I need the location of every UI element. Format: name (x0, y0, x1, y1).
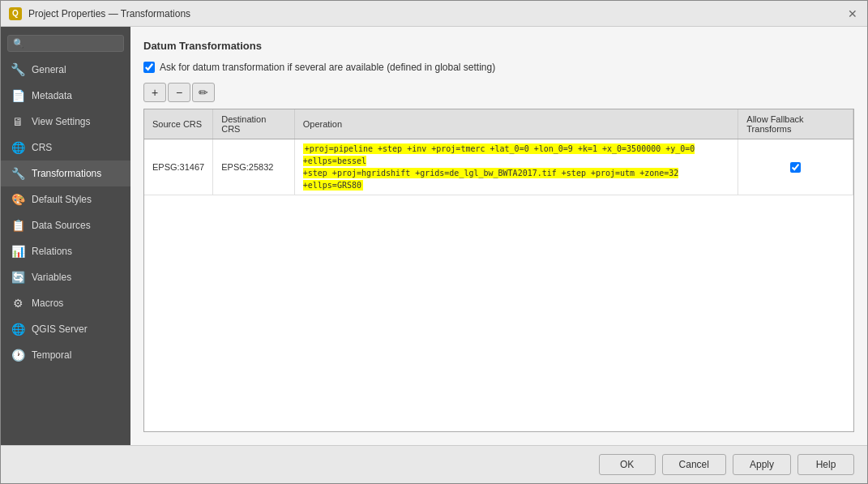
operation-text: +proj=pipeline +step +inv +proj=tmerc +l… (303, 143, 695, 191)
main-panel: Datum Transformations Ask for datum tran… (130, 27, 867, 445)
sidebar-item-data-sources[interactable]: 📋 Data Sources (1, 212, 130, 238)
titlebar: Q Project Properties — Transformations ✕ (1, 1, 867, 27)
sidebar-label-crs: CRS (32, 142, 52, 153)
datum-transform-checkbox[interactable] (143, 62, 155, 73)
main-window: Q Project Properties — Transformations ✕… (0, 0, 868, 484)
fallback-checkbox[interactable] (790, 162, 801, 173)
macros-icon: ⚙ (11, 296, 25, 311)
sidebar-item-temporal[interactable]: 🕐 Temporal (1, 342, 130, 368)
cancel-button[interactable]: Cancel (662, 454, 726, 475)
general-icon: 🔧 (11, 62, 25, 77)
checkbox-label: Ask for datum transformation if several … (160, 62, 495, 73)
default-styles-icon: 🎨 (11, 192, 25, 207)
search-box[interactable]: 🔍 (7, 35, 124, 52)
table-row[interactable]: EPSG:31467 EPSG:25832 +proj=pipeline +st… (144, 139, 853, 195)
transformations-icon: 🔧 (11, 166, 25, 181)
app-icon: Q (9, 7, 22, 20)
sidebar-label-metadata: Metadata (32, 90, 72, 101)
crs-icon: 🌐 (11, 140, 25, 155)
footer-bar: OK Cancel Apply Help (1, 445, 867, 483)
relations-icon: 📊 (11, 244, 25, 259)
sidebar-label-transformations: Transformations (32, 168, 101, 179)
col-operation: Operation (294, 109, 738, 139)
view-settings-icon: 🖥 (11, 114, 25, 129)
sidebar-label-temporal: Temporal (32, 349, 71, 361)
sidebar-item-crs[interactable]: 🌐 CRS (1, 135, 130, 161)
content-area: 🔍 🔧 General 📄 Metadata 🖥 View Settings 🌐… (1, 27, 867, 445)
help-button[interactable]: Help (797, 454, 854, 475)
data-sources-icon: 📋 (11, 218, 25, 233)
operation-cell: +proj=pipeline +step +inv +proj=tmerc +l… (294, 139, 738, 195)
fallback-cell (738, 139, 853, 195)
close-button[interactable]: ✕ (846, 7, 859, 20)
temporal-icon: 🕐 (11, 348, 25, 362)
metadata-icon: 📄 (11, 88, 25, 103)
sidebar-item-macros[interactable]: ⚙ Macros (1, 290, 130, 316)
variables-icon: 🔄 (11, 270, 25, 285)
ok-button[interactable]: OK (599, 454, 656, 475)
sidebar-item-transformations[interactable]: 🔧 Transformations (1, 161, 130, 186)
sidebar-item-qgis-server[interactable]: 🌐 QGIS Server (1, 316, 130, 342)
remove-button[interactable]: − (168, 83, 190, 102)
qgis-server-icon: 🌐 (11, 322, 25, 336)
transformations-table-container: Source CRS Destination CRS Operation All… (143, 109, 854, 432)
sidebar-label-macros: Macros (32, 298, 63, 309)
edit-button[interactable]: ✏ (192, 83, 215, 102)
sidebar-item-metadata[interactable]: 📄 Metadata (1, 83, 130, 109)
add-button[interactable]: + (143, 83, 166, 102)
sidebar-item-view-settings[interactable]: 🖥 View Settings (1, 109, 130, 135)
sidebar: 🔍 🔧 General 📄 Metadata 🖥 View Settings 🌐… (1, 27, 130, 445)
sidebar-item-general[interactable]: 🔧 General (1, 57, 130, 83)
window-title: Project Properties — Transformations (28, 8, 190, 19)
table-header-row: Source CRS Destination CRS Operation All… (144, 109, 853, 139)
sidebar-label-relations: Relations (32, 246, 72, 257)
search-icon: 🔍 (13, 38, 24, 49)
sidebar-item-default-styles[interactable]: 🎨 Default Styles (1, 186, 130, 212)
transformations-table: Source CRS Destination CRS Operation All… (144, 109, 853, 195)
col-dest-crs: Destination CRS (213, 109, 295, 139)
checkbox-row: Ask for datum transformation if several … (143, 62, 854, 73)
sidebar-item-relations[interactable]: 📊 Relations (1, 238, 130, 264)
toolbar: + − ✏ (143, 83, 854, 102)
source-crs-cell: EPSG:31467 (144, 139, 213, 195)
sidebar-label-variables: Variables (32, 272, 71, 283)
sidebar-label-default-styles: Default Styles (32, 194, 92, 205)
sidebar-label-qgis-server: QGIS Server (32, 323, 88, 335)
section-title: Datum Transformations (143, 40, 854, 52)
apply-button[interactable]: Apply (733, 454, 791, 475)
sidebar-label-data-sources: Data Sources (32, 220, 91, 231)
col-fallback: Allow Fallback Transforms (738, 109, 853, 139)
col-source-crs: Source CRS (144, 109, 213, 139)
sidebar-label-view-settings: View Settings (32, 116, 91, 127)
search-input[interactable] (28, 39, 118, 49)
dest-crs-cell: EPSG:25832 (213, 139, 295, 195)
sidebar-label-general: General (32, 64, 66, 75)
sidebar-item-variables[interactable]: 🔄 Variables (1, 264, 130, 290)
